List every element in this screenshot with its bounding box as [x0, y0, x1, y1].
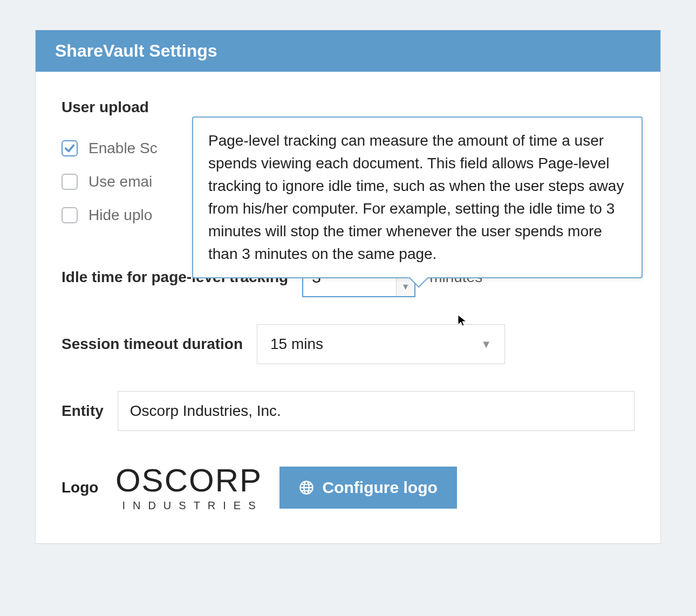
entity-row: Entity [62, 391, 634, 431]
logo-image: OSCORP INDUSTRIES [114, 464, 263, 511]
enable-screen-checkbox[interactable] [62, 140, 78, 156]
session-timeout-label: Session timeout duration [62, 336, 243, 353]
entity-input[interactable] [118, 391, 634, 431]
user-upload-heading: User upload [62, 99, 634, 116]
logo-label: Logo [62, 479, 98, 496]
logo-brand-word: OSCORP [115, 464, 262, 497]
settings-panel: ShareVault Settings User upload Enable S… [35, 30, 661, 544]
session-timeout-value: 15 mins [270, 336, 323, 353]
chevron-down-icon: ▼ [481, 338, 492, 351]
logo-brand-sub: INDUSTRIES [114, 500, 263, 511]
use-email-checkbox[interactable] [62, 174, 78, 190]
hide-upload-checkbox[interactable] [62, 207, 78, 223]
use-email-label: Use emai [88, 173, 152, 190]
entity-label: Entity [62, 402, 104, 420]
session-timeout-row: Session timeout duration 15 mins ▼ [62, 324, 634, 364]
logo-row: Logo OSCORP INDUSTRIES Configure logo [62, 464, 634, 511]
globe-icon [299, 480, 314, 495]
checkmark-icon [64, 142, 76, 154]
idle-time-tooltip: Page-level tracking can measure the amou… [192, 117, 643, 278]
session-timeout-select[interactable]: 15 mins ▼ [257, 324, 505, 364]
configure-logo-label: Configure logo [323, 478, 438, 497]
panel-title: ShareVault Settings [36, 30, 660, 72]
enable-screen-label: Enable Sc [88, 140, 158, 157]
configure-logo-button[interactable]: Configure logo [279, 467, 457, 509]
hide-upload-label: Hide uplo [88, 207, 152, 224]
